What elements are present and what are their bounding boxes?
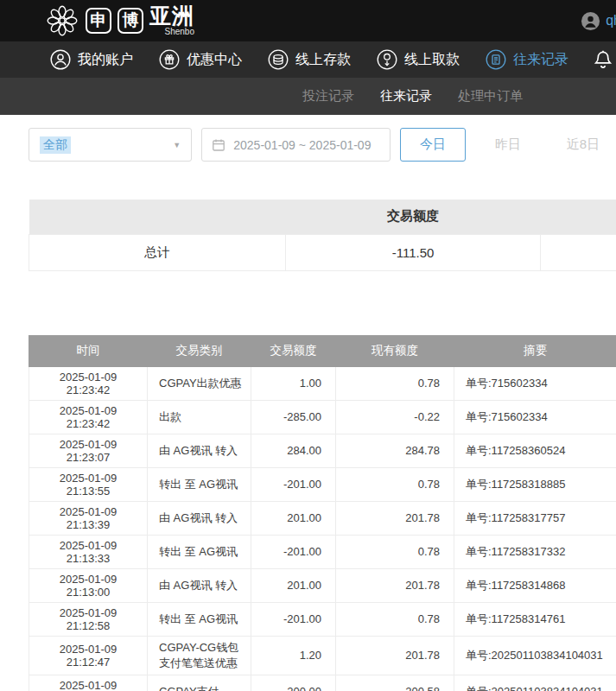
quick-range-last8days-button[interactable]: 近8日 <box>550 128 616 162</box>
column-header-balance: 现有额度 <box>336 335 454 366</box>
sub-nav: 投注记录 往来记录 处理中订单 <box>0 78 616 115</box>
transactions-body: 2025-01-09 21:23:42CGPAY出款优惠1.000.78单号:7… <box>29 366 616 691</box>
transaction-row: 2025-01-09 21:13:00由 AG视讯 转入201.00201.78… <box>29 568 616 602</box>
summary-total-value: -111.50 <box>286 234 541 270</box>
column-header-amount: 交易额度 <box>251 335 336 366</box>
logo-char-shen: 申 <box>86 8 111 34</box>
transaction-cell-balance: 284.78 <box>336 434 454 467</box>
nav-label: 我的账户 <box>78 51 133 69</box>
transaction-cell-amount: 284.00 <box>251 434 336 467</box>
records-icon <box>486 49 506 70</box>
date-range-input[interactable]: 2025-01-09 ~ 2025-01-09 <box>201 128 391 162</box>
summary-table: 交易额度 总计 -111.50 <box>29 200 616 271</box>
quick-range-today-button[interactable]: 今日 <box>400 128 466 162</box>
transaction-cell-time: 2025-01-09 21:12:58 <box>29 602 148 636</box>
transaction-cell-balance: 200.58 <box>336 675 454 691</box>
bell-icon <box>592 48 614 71</box>
tab-betting-records[interactable]: 投注记录 <box>302 88 354 105</box>
logo-char-bo: 博 <box>117 8 143 34</box>
transactions-header-row: 时间 交易类别 交易额度 现有额度 摘要 <box>29 335 616 366</box>
transaction-cell-amount: 1.00 <box>251 366 336 400</box>
nav-item-promotions[interactable]: 优惠中心 <box>159 49 242 70</box>
filter-bar: 全部 ▼ 2025-01-09 ~ 2025-01-09 今日 昨日 近8日 <box>29 128 616 162</box>
withdraw-icon <box>377 49 397 70</box>
tab-processing-orders[interactable]: 处理中订单 <box>458 88 523 105</box>
nav-label: 优惠中心 <box>187 51 242 69</box>
main-nav: 我的账户 优惠中心 线上存款 线上取款 往来记录 <box>0 41 616 78</box>
transaction-cell-time: 2025-01-09 21:13:55 <box>29 467 148 501</box>
transaction-row: 2025-01-09 21:13:55转出 至 AG视讯-201.000.78单… <box>29 467 616 501</box>
transaction-cell-summary: 单号:715602334 <box>454 400 616 434</box>
nav-label: 线上存款 <box>295 51 351 69</box>
transaction-cell-type: 出款 <box>148 400 251 434</box>
username-text: qh <box>606 13 616 29</box>
transaction-cell-amount: -201.00 <box>251 467 336 501</box>
summary-amount-header: 交易额度 <box>286 200 541 234</box>
transaction-cell-type: 转出 至 AG视讯 <box>148 535 251 568</box>
transaction-cell-type: 由 AG视讯 转入 <box>148 501 251 535</box>
tab-transaction-records[interactable]: 往来记录 <box>380 88 432 105</box>
user-account-area[interactable]: qh <box>581 0 616 41</box>
logo-region-block: 亚洲 Shenbo <box>149 5 194 36</box>
transaction-cell-type: 转出 至 AG视讯 <box>148 467 251 501</box>
promo-icon <box>159 49 180 70</box>
notifications-button[interactable] <box>592 48 614 74</box>
quick-range-yesterday-button[interactable]: 昨日 <box>475 128 541 162</box>
column-header-time: 时间 <box>29 335 148 366</box>
nav-item-withdraw[interactable]: 线上取款 <box>377 49 460 70</box>
summary-total-label: 总计 <box>29 234 286 270</box>
transaction-cell-time: 2025-01-09 21:23:07 <box>29 434 148 467</box>
summary-header-empty <box>29 200 286 234</box>
summary-total-row: 总计 -111.50 <box>29 234 616 270</box>
transaction-cell-type: 由 AG视讯 转入 <box>148 434 251 467</box>
transaction-cell-amount: -285.00 <box>251 400 336 434</box>
transaction-cell-type: CGPAY出款优惠 <box>148 366 251 400</box>
transaction-cell-summary: 单号:117258317332 <box>454 535 616 568</box>
nav-label: 线上取款 <box>404 51 460 69</box>
transaction-row: 2025-01-09 21:13:33转出 至 AG视讯-201.000.78单… <box>29 535 616 568</box>
transaction-row: 2025-01-09 21:12:47CGPAY支付200.00200.58单号… <box>29 675 616 691</box>
transaction-cell-balance: 201.78 <box>336 636 454 675</box>
transaction-cell-summary: 单号:202501103834104031 <box>454 636 616 675</box>
calendar-icon <box>212 138 225 152</box>
transaction-cell-time: 2025-01-09 21:13:33 <box>29 535 148 568</box>
nav-item-my-account[interactable]: 我的账户 <box>50 49 133 70</box>
transaction-cell-amount: -201.00 <box>251 535 336 568</box>
logo-region-text: 亚洲 <box>149 5 194 27</box>
type-filter-value: 全部 <box>40 136 71 154</box>
summary-section: 交易额度 总计 -111.50 <box>29 200 616 271</box>
transaction-row: 2025-01-09 21:12:47CGPAY-CG钱包支付笔笔送优惠1.20… <box>29 636 616 675</box>
transaction-row: 2025-01-09 21:13:39由 AG视讯 转入201.00201.78… <box>29 501 616 535</box>
nav-label: 往来记录 <box>513 51 568 69</box>
transaction-cell-summary: 单号:117258317757 <box>454 501 616 535</box>
transaction-cell-type: 由 AG视讯 转入 <box>148 568 251 602</box>
summary-header-row: 交易额度 <box>29 200 616 234</box>
transaction-cell-balance: 0.78 <box>336 602 454 636</box>
transaction-cell-summary: 单号:117258318885 <box>454 467 616 501</box>
transaction-cell-amount: 201.00 <box>251 568 336 602</box>
nav-item-deposit[interactable]: 线上存款 <box>268 49 351 70</box>
nav-item-transaction-records[interactable]: 往来记录 <box>486 49 568 70</box>
transaction-cell-time: 2025-01-09 21:23:42 <box>29 400 148 434</box>
top-header: 申 博 亚洲 Shenbo qh <box>0 0 616 41</box>
transaction-cell-amount: 200.00 <box>251 675 336 691</box>
type-filter-select[interactable]: 全部 ▼ <box>29 128 192 162</box>
transaction-cell-amount: 1.20 <box>251 636 336 675</box>
transaction-cell-time: 2025-01-09 21:23:42 <box>29 366 148 400</box>
transactions-table: 时间 交易类别 交易额度 现有额度 摘要 2025-01-09 21:23:42… <box>29 335 616 691</box>
transaction-cell-balance: 0.78 <box>336 535 454 568</box>
transaction-cell-amount: -201.00 <box>251 602 336 636</box>
transaction-cell-balance: 0.78 <box>336 366 454 400</box>
summary-header-empty <box>541 200 616 234</box>
deposit-icon <box>268 49 289 70</box>
transaction-cell-time: 2025-01-09 21:13:39 <box>29 501 148 535</box>
transaction-cell-type: CGPAY-CG钱包支付笔笔送优惠 <box>148 636 251 675</box>
account-icon <box>50 49 71 70</box>
transaction-cell-summary: 单号:117258314868 <box>454 568 616 602</box>
date-range-value: 2025-01-09 ~ 2025-01-09 <box>233 138 371 152</box>
logo[interactable]: 申 博 亚洲 Shenbo <box>45 3 194 38</box>
transaction-cell-balance: -0.22 <box>336 400 454 434</box>
transaction-row: 2025-01-09 21:23:42CGPAY出款优惠1.000.78单号:7… <box>29 366 616 400</box>
transaction-row: 2025-01-09 21:23:07由 AG视讯 转入284.00284.78… <box>29 434 616 467</box>
flower-logo-icon <box>45 3 79 38</box>
